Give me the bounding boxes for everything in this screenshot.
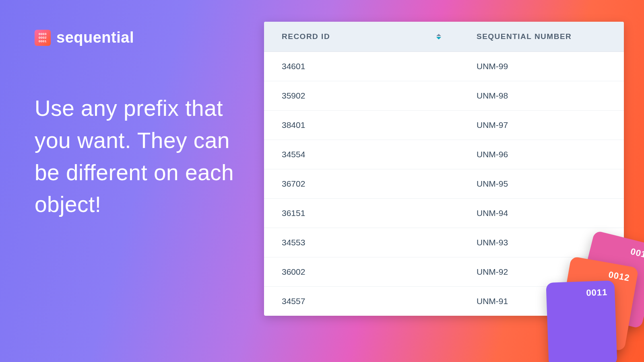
table-row[interactable]: 36151UNM-94: [264, 199, 624, 228]
cell-record-id: 36002: [264, 257, 459, 286]
logo-text: sequential: [56, 29, 134, 46]
table-row[interactable]: 38401UNM-97: [264, 111, 624, 140]
data-table: RECORD ID SEQUENTIAL NUMBER 34601UNM-993…: [264, 22, 624, 316]
column-header-record-id[interactable]: RECORD ID: [264, 22, 459, 51]
table-body: 34601UNM-9935902UNM-9838401UNM-9734554UN…: [264, 52, 624, 316]
sort-icon[interactable]: [436, 34, 441, 39]
logo-icon-line: 0003: [39, 33, 47, 36]
cell-record-id: 35902: [264, 81, 459, 110]
logo-icon-line: 0002: [39, 36, 47, 39]
cell-sequential-number: UNM-93: [459, 228, 624, 257]
cell-record-id: 34554: [264, 140, 459, 169]
table-row[interactable]: 34554UNM-96: [264, 140, 624, 169]
cell-record-id: 36702: [264, 169, 459, 198]
table-row[interactable]: 36702UNM-95: [264, 169, 624, 199]
table-row[interactable]: 34601UNM-99: [264, 52, 624, 81]
sort-up-icon: [436, 34, 441, 36]
cell-record-id: 36151: [264, 199, 459, 228]
logo-icon: 0003 0002 0001: [35, 30, 51, 46]
table-row[interactable]: 34553UNM-93: [264, 228, 624, 257]
brand-logo: 0003 0002 0001 sequential: [35, 29, 134, 46]
logo-icon-line: 0001: [39, 40, 47, 43]
cell-sequential-number: UNM-92: [459, 257, 624, 286]
cell-sequential-number: UNM-96: [459, 140, 624, 169]
cell-record-id: 34601: [264, 52, 459, 81]
promo-slide: 0003 0002 0001 sequential Use any prefix…: [0, 0, 644, 362]
column-header-label: SEQUENTIAL NUMBER: [477, 32, 572, 41]
cell-sequential-number: UNM-99: [459, 52, 624, 81]
table-row[interactable]: 35902UNM-98: [264, 81, 624, 111]
cell-record-id: 34557: [264, 287, 459, 316]
cell-sequential-number: UNM-97: [459, 111, 624, 140]
column-header-label: RECORD ID: [282, 32, 330, 41]
cell-sequential-number: UNM-91: [459, 287, 624, 316]
sort-down-icon: [436, 37, 441, 39]
cell-record-id: 38401: [264, 111, 459, 140]
table-header-row: RECORD ID SEQUENTIAL NUMBER: [264, 22, 624, 52]
table-row[interactable]: 34557UNM-91: [264, 287, 624, 316]
cell-sequential-number: UNM-94: [459, 199, 624, 228]
column-header-sequential-number[interactable]: SEQUENTIAL NUMBER: [459, 22, 624, 51]
table-row[interactable]: 36002UNM-92: [264, 257, 624, 287]
headline-text: Use any prefix that you want. They can b…: [35, 93, 252, 221]
cell-record-id: 34553: [264, 228, 459, 257]
cell-sequential-number: UNM-98: [459, 81, 624, 110]
cell-sequential-number: UNM-95: [459, 169, 624, 198]
